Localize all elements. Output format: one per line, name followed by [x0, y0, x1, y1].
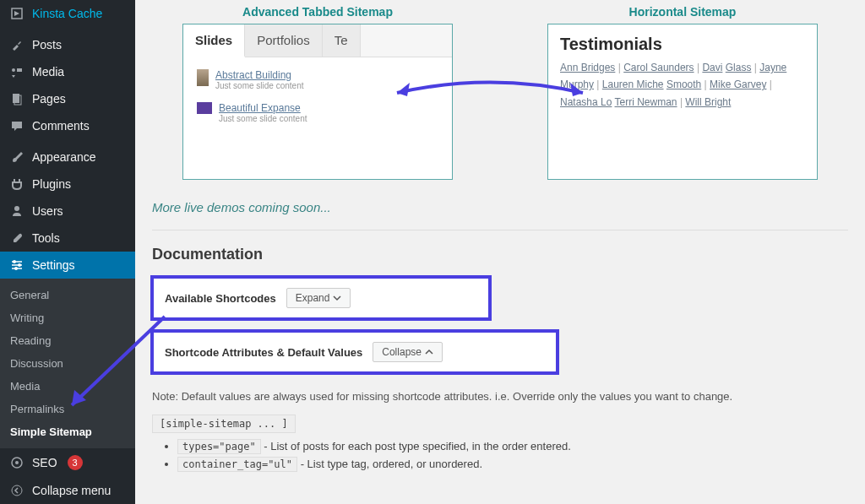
svg-point-8: [14, 267, 18, 270]
svg-point-7: [18, 263, 21, 267]
submenu-general[interactable]: General: [0, 284, 135, 306]
sidebar-collapse[interactable]: Collapse menu: [0, 477, 135, 504]
demo-link[interactable]: Davi: [702, 62, 722, 73]
sidebar-item-plugins[interactable]: Plugins: [0, 171, 135, 198]
attr-desc: - List type tag, ordered, or unordered.: [297, 458, 482, 470]
collapse-icon: [8, 484, 25, 497]
slide-thumb-icon: [197, 102, 212, 114]
sidebar-label: Collapse menu: [32, 484, 111, 497]
demo-tab-portfolios[interactable]: Portfolios: [245, 24, 323, 57]
sidebar-item-users[interactable]: Users: [0, 198, 135, 225]
sidebar-item-tools[interactable]: Tools: [0, 225, 135, 252]
demo-link[interactable]: Natasha Lo: [560, 96, 612, 108]
plugin-icon: [8, 177, 25, 191]
sidebar-item-settings[interactable]: Settings: [0, 252, 135, 279]
attr-code: types="page": [177, 439, 261, 454]
settings-submenu: General Writing Reading Discussion Media…: [0, 279, 135, 448]
svg-point-1: [12, 68, 15, 72]
slide-subtitle: Just some slide content: [219, 114, 307, 123]
svg-rect-2: [17, 68, 22, 72]
sidebar-item-comments[interactable]: Comments: [0, 112, 135, 139]
chevron-down-icon: [333, 294, 341, 302]
sidebar-label: SEO: [32, 456, 57, 469]
page-icon: [8, 92, 25, 106]
demo-row: Advanced Tabbed Sitemap Slides Portfolio…: [135, 0, 865, 180]
attr-item: types="page" - List of posts for each po…: [177, 440, 848, 453]
demo-tabbed-title: Advanced Tabbed Sitemap: [182, 0, 453, 24]
pin-icon: [8, 38, 25, 51]
users-icon: [8, 204, 25, 218]
attr-list: types="page" - List of posts for each po…: [135, 436, 865, 470]
chevron-up-icon: [425, 348, 433, 356]
sidebar-label: Media: [32, 65, 64, 79]
submenu-simple-sitemap[interactable]: Simple Sitemap: [0, 420, 135, 443]
attr-code: container_tag="ul": [177, 457, 297, 472]
admin-sidebar: Kinsta Cache Posts Media Pages Comments …: [0, 0, 135, 504]
demo-link[interactable]: Lauren Miche: [602, 79, 664, 90]
demo-slide-row: Beautiful Expanse Just some slide conten…: [197, 102, 438, 123]
sidebar-label: Comments: [32, 119, 90, 133]
submenu-permalinks[interactable]: Permalinks: [0, 398, 135, 420]
more-demos-text: More live demos coming soon...: [135, 180, 865, 230]
sidebar-label: Pages: [32, 92, 66, 106]
sidebar-label: Users: [32, 204, 63, 218]
submenu-reading[interactable]: Reading: [0, 329, 135, 352]
attr-desc: - List of posts for each post type speci…: [261, 440, 571, 453]
slide-title[interactable]: Abstract Building: [215, 69, 304, 81]
demo-slide-row: Abstract Building Just some slide conten…: [197, 69, 438, 90]
demo-link[interactable]: Terri Newman: [615, 96, 677, 108]
submenu-discussion[interactable]: Discussion: [0, 352, 135, 375]
code-header: [simple-sitemap ... ]: [152, 415, 296, 433]
sidebar-item-posts[interactable]: Posts: [0, 31, 135, 58]
collapse-button[interactable]: Collapse: [373, 342, 443, 362]
sidebar-item-seo[interactable]: SEO 3: [0, 448, 135, 477]
demo-link[interactable]: Ann Bridges: [560, 62, 615, 73]
sidebar-item-media[interactable]: Media: [0, 58, 135, 85]
panel-label: Available Shortcodes: [165, 292, 276, 305]
sidebar-item-appearance[interactable]: Appearance: [0, 144, 135, 171]
demo-link[interactable]: Mike Garvey: [710, 79, 766, 90]
svg-point-6: [13, 260, 16, 263]
sidebar-label: Settings: [32, 258, 75, 272]
sidebar-label: Appearance: [32, 150, 96, 164]
sidebar-label: Plugins: [32, 177, 71, 191]
demo-link[interactable]: Smooth: [666, 79, 701, 90]
media-icon: [8, 65, 25, 79]
doc-note: Note: Default values are always used for…: [135, 385, 865, 411]
demo-tab-te[interactable]: Te: [323, 24, 361, 57]
submenu-media[interactable]: Media: [0, 375, 135, 398]
sidebar-item-pages[interactable]: Pages: [0, 85, 135, 112]
demo-tabbed-box[interactable]: Slides Portfolios Te Abstract Building J…: [182, 24, 453, 180]
attr-item: container_tag="ul" - List type tag, orde…: [177, 458, 848, 470]
demo-horizontal: Horizontal Sitemap Testimonials Ann Brid…: [547, 0, 818, 180]
svg-point-11: [12, 485, 22, 496]
seo-icon: [8, 456, 25, 469]
demo-horizontal-heading: Testimonials: [560, 35, 805, 54]
demo-horizontal-links: Ann Bridges | Carol Saunders | Davi Glas…: [560, 59, 805, 111]
slide-thumb-icon: [197, 69, 209, 86]
demo-tabbed: Advanced Tabbed Sitemap Slides Portfolio…: [182, 0, 453, 180]
documentation-heading: Documentation: [135, 246, 865, 277]
wrench-icon: [8, 231, 25, 245]
submenu-writing[interactable]: Writing: [0, 306, 135, 329]
main-content: Advanced Tabbed Sitemap Slides Portfolio…: [135, 0, 865, 504]
demo-link[interactable]: Glass: [726, 62, 752, 73]
expand-button[interactable]: Expand: [286, 288, 351, 308]
kinsta-icon: [8, 7, 25, 20]
divider: [152, 230, 848, 230]
seo-badge: 3: [68, 455, 83, 470]
svg-point-5: [14, 206, 19, 211]
sidebar-label: Posts: [32, 38, 62, 51]
demo-tab-slides[interactable]: Slides: [183, 24, 245, 57]
sidebar-label: Tools: [32, 231, 60, 245]
slide-title[interactable]: Beautiful Expanse: [219, 102, 307, 114]
brush-icon: [8, 150, 25, 164]
demo-horizontal-title: Horizontal Sitemap: [547, 0, 818, 24]
slide-subtitle: Just some slide content: [215, 81, 304, 90]
sliders-icon: [8, 258, 25, 272]
demo-link[interactable]: Will Bright: [685, 96, 731, 108]
demo-horizontal-box[interactable]: Testimonials Ann Bridges | Carol Saunder…: [547, 24, 818, 180]
comment-icon: [8, 119, 25, 133]
demo-link[interactable]: Carol Saunders: [623, 62, 694, 73]
sidebar-item-kinsta-cache[interactable]: Kinsta Cache: [0, 0, 135, 27]
